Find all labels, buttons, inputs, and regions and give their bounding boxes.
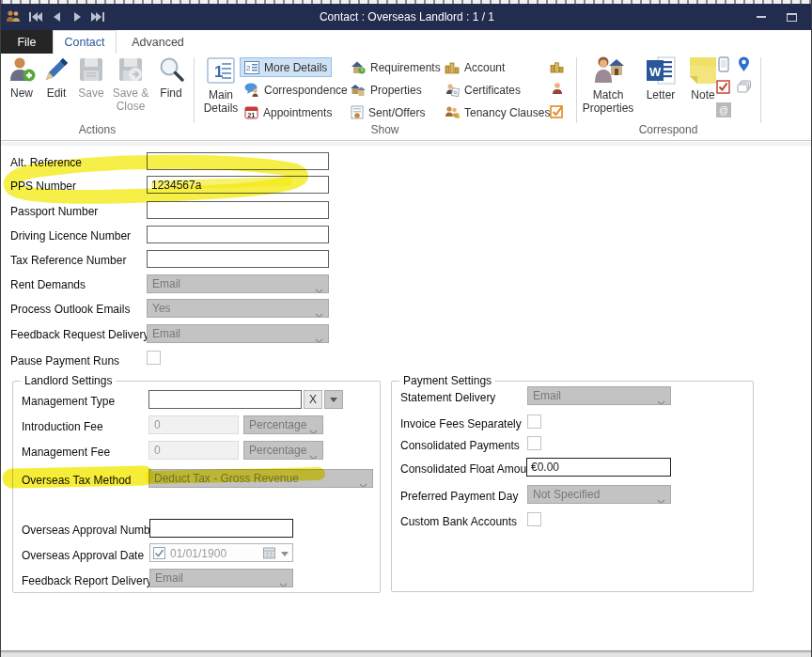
tenancy-clauses-icon [445, 105, 460, 119]
more-details-button[interactable]: 2 More Details [240, 57, 332, 77]
overseas-tax-method-value: Deduct Tax - Gross Revenue [154, 472, 299, 485]
consolidated-payments-checkbox[interactable] [527, 436, 541, 450]
tab-contact[interactable]: Contact [53, 30, 117, 54]
overseas-tax-method-dropdown[interactable]: Deduct Tax - Gross Revenue [148, 469, 373, 488]
svg-text:W: W [649, 65, 662, 79]
chevron-down-icon [309, 448, 318, 460]
feedback-report-delivery-label: Feedback Report Delivery [22, 574, 152, 587]
tax-reference-input[interactable] [147, 250, 329, 268]
pause-payment-runs-checkbox[interactable] [147, 351, 161, 365]
svg-text:21: 21 [247, 111, 255, 119]
properties-button[interactable]: Properties [347, 80, 426, 100]
preferred-payment-day-dropdown[interactable]: Not Specified [527, 485, 671, 504]
account-mini-icon [550, 60, 564, 73]
driving-licence-label: Driving Licence Number [10, 229, 131, 242]
minimize-button[interactable] [747, 8, 775, 26]
overseas-approval-date-value: 01/01/1900 [170, 545, 226, 562]
correspond-group-label: Correspond [576, 123, 760, 136]
chevron-down-icon [359, 477, 367, 488]
edit-button[interactable]: Edit [40, 55, 72, 100]
requirements-label: Requirements [370, 61, 441, 74]
alt-reference-input[interactable] [147, 152, 329, 170]
email-at-icon: @ [716, 102, 731, 117]
chevron-down-icon [281, 552, 289, 556]
tenancy-clauses-label: Tenancy Clauses [464, 106, 550, 119]
feedback-request-dropdown[interactable]: Email [147, 324, 329, 343]
task-check-button[interactable] [715, 79, 731, 95]
management-type-input[interactable] [148, 390, 302, 409]
account-button[interactable]: Account [441, 57, 508, 77]
statement-delivery-dropdown[interactable]: Email [527, 386, 671, 405]
phone-icon [718, 56, 729, 72]
introduction-fee-input[interactable]: 0 [148, 415, 239, 434]
invoice-fees-separately-checkbox[interactable] [527, 415, 541, 429]
phone-button[interactable] [715, 56, 731, 72]
process-outlook-dropdown[interactable]: Yes [147, 299, 329, 318]
tab-file[interactable]: File [1, 30, 53, 54]
account-label: Account [464, 61, 505, 74]
note-icon [688, 55, 718, 86]
management-type-clear-button[interactable]: X [304, 390, 322, 409]
custom-bank-accounts-checkbox[interactable] [527, 512, 541, 526]
management-type-dropdown-button[interactable] [324, 390, 343, 409]
management-fee-unit-dropdown[interactable]: Percentage [243, 441, 323, 460]
passport-number-label: Passport Number [10, 205, 98, 218]
chevron-down-icon [279, 576, 288, 587]
tab-advanced[interactable]: Advanced [117, 30, 199, 54]
save-close-label: Save & Close [108, 86, 153, 113]
overseas-approval-date-picker[interactable]: 01/01/1900 [149, 543, 293, 562]
rent-demands-dropdown[interactable]: Email [147, 274, 329, 293]
new-button[interactable]: New [5, 55, 39, 100]
pps-number-label: PPS Number [10, 180, 76, 193]
match-properties-button[interactable]: MatchProperties [580, 55, 636, 115]
minimize-icon [757, 16, 766, 18]
feedback-report-delivery-dropdown[interactable]: Email [149, 569, 293, 587]
pps-number-input[interactable] [147, 176, 329, 194]
save-button[interactable]: Save [74, 55, 108, 100]
account-mini-button[interactable] [549, 58, 565, 74]
agent-mini-button[interactable] [549, 81, 565, 97]
main-details-button[interactable]: 1 Main Details [199, 55, 242, 115]
overseas-approval-number-label: Overseas Approval Number [22, 524, 160, 537]
statement-delivery-label: Statement Delivery [400, 391, 495, 404]
letter-label: Letter [647, 88, 676, 102]
passport-number-input[interactable] [147, 201, 329, 219]
appointments-button[interactable]: 21 Appointments [241, 102, 336, 122]
save-close-button[interactable]: Save & Close [108, 55, 153, 113]
calendar-icon [263, 547, 275, 559]
correspondence-button[interactable]: Correspondence [241, 80, 351, 100]
match-properties-label-2: Properties [583, 102, 634, 115]
management-fee-input[interactable]: 0 [148, 441, 239, 460]
location-pin-button[interactable] [736, 56, 752, 72]
save-label: Save [78, 86, 103, 100]
chevron-down-icon [657, 394, 665, 405]
letter-button[interactable]: W Letter [640, 55, 681, 102]
email-at-button[interactable]: @ [715, 102, 731, 117]
appointments-label: Appointments [263, 106, 332, 119]
sent-offers-label: Sent/Offers [368, 106, 425, 119]
tenancy-check-button[interactable] [549, 103, 565, 119]
tenancy-clauses-button[interactable]: Tenancy Clauses [441, 102, 554, 122]
certificates-icon [445, 83, 460, 97]
ribbon-bottom-strip [1, 142, 812, 146]
consolidated-float-amount-input[interactable] [526, 458, 671, 477]
certificates-button[interactable]: Certificates [441, 80, 524, 100]
introduction-fee-unit-dropdown[interactable]: Percentage [243, 415, 323, 434]
find-label: Find [160, 86, 181, 100]
rent-demands-value: Email [152, 277, 180, 290]
driving-licence-input[interactable] [147, 226, 329, 243]
date-checked-checkbox[interactable] [153, 547, 165, 559]
main-details-label: Main Details [199, 88, 242, 115]
chevron-down-icon [330, 398, 337, 402]
overseas-approval-number-input[interactable] [149, 519, 293, 538]
sent-offers-button[interactable]: Sent/Offers [347, 102, 429, 122]
requirements-button[interactable]: ? Requirements [347, 57, 445, 77]
copy-pages-button[interactable] [736, 79, 752, 95]
maximize-button[interactable] [777, 8, 805, 26]
chevron-down-icon [315, 306, 323, 318]
ribbon-separator [194, 57, 195, 123]
invoice-fees-separately-label: Invoice Fees Separately [400, 417, 522, 430]
tax-reference-label: Tax Reference Number [10, 254, 126, 267]
tenancy-check-icon [550, 104, 564, 118]
find-button[interactable]: Find [155, 55, 187, 100]
